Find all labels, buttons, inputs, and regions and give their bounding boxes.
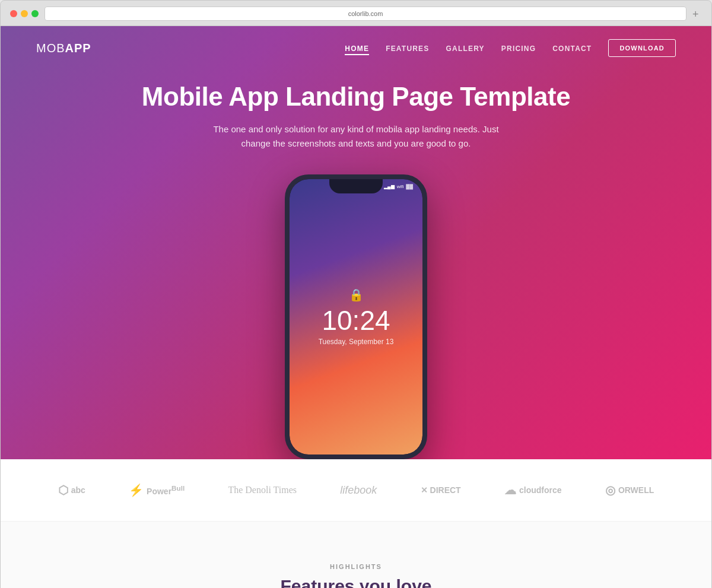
partners-section: ⬡ abc ⚡ PowerBull The Denoli Times lifeb… (1, 459, 711, 522)
partner-abc: ⬡ abc (58, 483, 85, 497)
nav-link-contact[interactable]: CONTACT (552, 45, 592, 53)
denoli-label: The Denoli Times (228, 485, 297, 495)
partner-lifebook: lifebook (340, 484, 377, 497)
cloudforce-label: cloudforce (519, 485, 562, 495)
window-controls (10, 10, 39, 17)
new-tab-button[interactable]: + (692, 9, 702, 18)
close-button[interactable] (10, 10, 17, 17)
lifebook-label: lifebook (340, 484, 377, 497)
orwell-icon: ◎ (605, 483, 615, 497)
nav-link-pricing[interactable]: PRICING (501, 45, 536, 53)
site-logo: MOBAPP (36, 42, 91, 55)
hero-content: Mobile App Landing Page Template The one… (1, 70, 711, 151)
minimize-button[interactable] (21, 10, 28, 17)
features-section: HIGHLIGHTS Features you love ☺ Simple Lo… (1, 522, 711, 588)
navbar: MOBAPP HOME FEATURES GALLERY PRICING CON… (1, 26, 711, 70)
nav-item-contact[interactable]: CONTACT (552, 43, 592, 53)
features-title: Features you love (36, 576, 676, 588)
nav-link-gallery[interactable]: GALLERY (446, 45, 485, 53)
nav-link-features[interactable]: FEATURES (386, 45, 429, 53)
cloudforce-icon: ☁ (504, 483, 516, 497)
powerbull-label: PowerBull (147, 484, 185, 496)
nav-item-pricing[interactable]: PRICING (501, 43, 536, 53)
phone-date: Tuesday, September 13 (319, 338, 394, 346)
nav-links: HOME FEATURES GALLERY PRICING CONTACT DO… (345, 39, 676, 57)
phone-mockup: ▂▄▆ wifi ▓▓ 🔒 10:24 Tuesday, September 1… (285, 174, 427, 459)
hero-subtitle: The one and only solution for any kind o… (202, 122, 510, 151)
nav-item-home[interactable]: HOME (345, 43, 369, 53)
battery-icon: ▓▓ (406, 184, 413, 189)
phone-status-bar: ▂▄▆ wifi ▓▓ (384, 184, 413, 189)
features-header: HIGHLIGHTS Features you love (36, 563, 676, 588)
partner-orwell: ◎ ORWELL (605, 483, 654, 497)
phone-container: ▂▄▆ wifi ▓▓ 🔒 10:24 Tuesday, September 1… (1, 174, 711, 459)
nav-item-gallery[interactable]: GALLERY (446, 43, 485, 53)
partner-denoli: The Denoli Times (228, 485, 297, 495)
abc-label: abc (71, 485, 85, 495)
hero-section: MOBAPP HOME FEATURES GALLERY PRICING CON… (1, 26, 711, 459)
nav-item-download[interactable]: DOWNLOAD (608, 39, 676, 57)
lock-icon: 🔒 (349, 288, 364, 302)
hero-title: Mobile App Landing Page Template (36, 82, 676, 112)
signal-icon: ▂▄▆ (384, 184, 395, 189)
address-bar[interactable]: colorlib.com (44, 7, 686, 21)
wifi-icon: wifi (397, 184, 404, 189)
maximize-button[interactable] (31, 10, 39, 17)
orwell-label: ORWELL (618, 485, 654, 495)
direct-label: ✕ DIRECT (421, 485, 461, 495)
browser-window: colorlib.com + (0, 0, 712, 26)
powerbull-icon: ⚡ (129, 483, 144, 497)
features-label: HIGHLIGHTS (36, 563, 676, 570)
partner-powerbull: ⚡ PowerBull (129, 483, 185, 497)
partner-cloudforce: ☁ cloudforce (504, 483, 562, 497)
abc-icon: ⬡ (58, 483, 68, 497)
browser-toolbar: colorlib.com + (10, 7, 702, 21)
phone-screen: ▂▄▆ wifi ▓▓ 🔒 10:24 Tuesday, September 1… (290, 179, 422, 454)
partner-direct: ✕ DIRECT (421, 485, 461, 495)
download-button[interactable]: DOWNLOAD (608, 39, 676, 57)
phone-time: 10:24 (322, 307, 390, 334)
url-text: colorlib.com (348, 10, 383, 17)
logo-light-text: MOB (36, 42, 65, 55)
nav-item-features[interactable]: FEATURES (386, 43, 429, 53)
browser-body: MOBAPP HOME FEATURES GALLERY PRICING CON… (0, 26, 712, 588)
logo-bold-text: APP (65, 42, 91, 55)
nav-link-home[interactable]: HOME (345, 45, 369, 55)
